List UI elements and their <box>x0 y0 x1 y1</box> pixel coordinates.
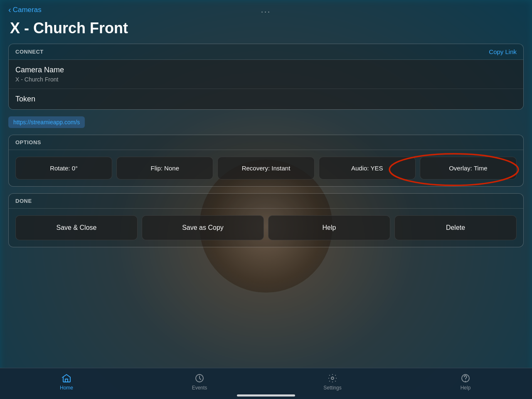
connect-section: CONNECT Copy Link Camera Name X - Church… <box>8 44 524 110</box>
connect-section-header: CONNECT Copy Link <box>9 44 523 60</box>
done-section: DONE Save & Close Save as Copy Help Dele… <box>8 193 524 247</box>
options-section: OPTIONS Rotate: 0° Flip: None Recovery: … <box>8 135 524 187</box>
done-label: DONE <box>15 198 32 204</box>
copy-link-button[interactable]: Copy Link <box>489 48 517 55</box>
top-bar: ‹ Cameras ··· <box>0 0 532 16</box>
rotate-button[interactable]: Rotate: 0° <box>15 157 112 180</box>
more-options-icon[interactable]: ··· <box>261 7 271 16</box>
done-buttons: Save & Close Save as Copy Help Delete <box>9 209 523 247</box>
save-close-button[interactable]: Save & Close <box>15 215 138 240</box>
token-label: Token <box>15 95 517 103</box>
audio-button[interactable]: Audio: YES <box>319 157 416 180</box>
options-label: OPTIONS <box>15 139 41 145</box>
url-bar: https://streamieapp.com/s <box>8 116 524 128</box>
options-grid: Rotate: 0° Flip: None Recovery: Instant … <box>9 150 523 186</box>
token-field[interactable]: Token <box>9 89 523 109</box>
connect-label: CONNECT <box>15 49 44 55</box>
camera-name-label: Camera Name <box>15 66 517 74</box>
recovery-button[interactable]: Recovery: Instant <box>217 157 314 180</box>
save-copy-button[interactable]: Save as Copy <box>142 215 264 240</box>
camera-name-value: X - Church Front <box>15 76 517 83</box>
overlay-button[interactable]: Overlay: Time <box>420 157 517 180</box>
back-label: Cameras <box>13 6 42 14</box>
done-section-header: DONE <box>9 194 523 209</box>
page-title: X - Church Front <box>0 16 532 44</box>
delete-button[interactable]: Delete <box>394 215 517 240</box>
camera-name-field[interactable]: Camera Name X - Church Front <box>9 60 523 89</box>
back-button[interactable]: ‹ Cameras <box>8 5 42 15</box>
flip-button[interactable]: Flip: None <box>116 157 213 180</box>
options-section-header: OPTIONS <box>9 135 523 150</box>
help-button[interactable]: Help <box>268 215 390 240</box>
chevron-left-icon: ‹ <box>8 5 11 15</box>
url-text: https://streamieapp.com/s <box>8 116 85 128</box>
